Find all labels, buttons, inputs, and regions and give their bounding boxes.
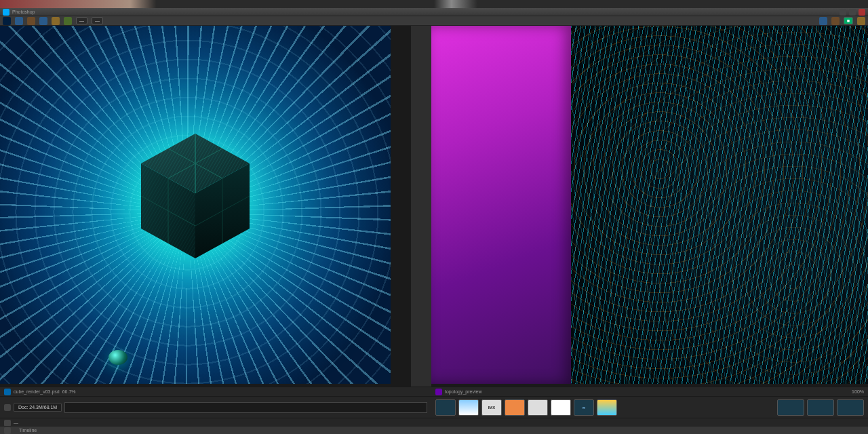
toolbar-field-2[interactable]: — — [92, 17, 103, 24]
left-document-pane — [0, 26, 431, 420]
left-tab-row: cube_render_v03.psd 66.7% — [0, 387, 431, 396]
workspace — [0, 26, 868, 420]
toolbar-icon-5[interactable] — [64, 17, 72, 25]
left-timeline-track[interactable] — [64, 402, 427, 413]
thumb-8[interactable] — [597, 399, 617, 416]
toolbar-right-icon-2[interactable] — [831, 17, 840, 25]
left-doc-status[interactable]: Doc: 24.3M/68.1M — [14, 403, 62, 412]
left-timeline-row: Doc: 24.3M/68.1M — [0, 396, 431, 418]
toolbar-icon-1[interactable] — [15, 17, 23, 25]
toolbar-right-icon-1[interactable] — [819, 17, 827, 25]
toolbar-icon-3[interactable] — [39, 17, 47, 25]
thumb-right-1[interactable] — [777, 399, 804, 416]
doc-icon — [4, 389, 11, 395]
window-minimize-icon[interactable] — [840, 9, 846, 16]
thumb-right-2[interactable] — [807, 399, 834, 416]
cube-graphic — [134, 130, 256, 265]
thumb-right-3[interactable] — [837, 399, 864, 416]
footer-icon-1[interactable] — [4, 420, 11, 427]
left-footer-text: — — [14, 420, 18, 425]
thumb-3[interactable]: IMX — [481, 399, 502, 416]
right-thumb-strip: IMX ∞ — [431, 396, 868, 418]
thumb-6[interactable] — [551, 399, 571, 416]
doc-icon-right — [435, 389, 442, 395]
right-tab-row: topology_preview 100% — [431, 387, 868, 396]
contour-lines — [571, 26, 868, 384]
left-canvas[interactable] — [0, 26, 391, 384]
app-title-left: Photoshop — [12, 9, 35, 14]
thumb-7[interactable]: ∞ — [574, 399, 594, 416]
right-canvas[interactable] — [431, 26, 868, 384]
footer-text[interactable]: Timeline — [19, 428, 37, 433]
right-tab-label[interactable]: topology_preview — [445, 389, 481, 394]
thumb-5[interactable] — [528, 399, 548, 416]
toolbar-icon-4[interactable] — [52, 17, 60, 25]
window-maximize-icon[interactable] — [849, 9, 856, 16]
toolbar-badge[interactable]: ■ — [844, 17, 853, 24]
toolbar-right-icon-3[interactable] — [857, 17, 865, 25]
title-bar[interactable]: Photoshop — [0, 8, 868, 16]
sphere-graphic — [108, 350, 127, 365]
app-icon — [3, 9, 9, 16]
play-icon[interactable] — [4, 404, 11, 411]
thumb-1[interactable] — [435, 399, 456, 416]
ps-logo-icon[interactable] — [3, 17, 11, 25]
thumb-2[interactable] — [458, 399, 479, 416]
magenta-gradient-art — [431, 26, 571, 384]
left-zoom-label[interactable]: 66.7% — [62, 389, 76, 394]
thumb-4[interactable] — [505, 399, 525, 416]
left-tab-label[interactable]: cube_render_v03.psd — [14, 389, 60, 394]
right-zoom-label[interactable]: 100% — [852, 389, 864, 394]
footer-start-icon[interactable] — [4, 427, 11, 434]
contour-map-art — [571, 26, 868, 384]
app-footer: Timeline — [0, 426, 868, 434]
toolbar-field-1[interactable]: — — [76, 17, 87, 24]
window-close-icon[interactable] — [859, 9, 865, 16]
tool-options-bar: — — ■ — [0, 16, 868, 26]
toolbar-icon-2[interactable] — [27, 17, 35, 25]
right-document-pane — [431, 26, 868, 420]
window-top-blur — [0, 0, 868, 8]
